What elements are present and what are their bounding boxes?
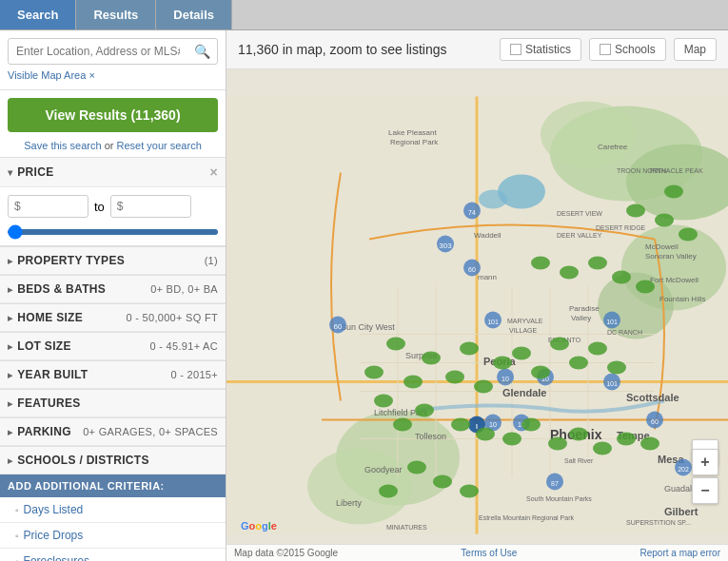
reset-search-link[interactable]: Reset your search [116,140,201,151]
svg-text:Glendale: Glendale [502,387,546,398]
search-input[interactable] [9,40,187,63]
svg-text:VILLAGE: VILLAGE [509,327,538,334]
criteria-item-days-listed[interactable]: ◦ Days Listed [0,497,226,523]
search-input-wrap: 🔍 [8,38,218,65]
visible-map-link[interactable]: Visible Map Area × [8,69,95,81]
map-view-button[interactable]: Map [674,38,717,61]
lot-size-header[interactable]: ▸ LOT SIZE 0 - 45.91+ ac [0,333,226,360]
criteria-item-foreclosures[interactable]: ◦ Foreclosures [0,549,226,561]
view-results-button[interactable]: View Results (11,360) [8,98,218,132]
main-layout: 🔍 Visible Map Area × View Results (11,36… [0,30,728,561]
search-submit-button[interactable]: 🔍 [187,39,217,64]
tab-details[interactable]: Details [156,0,232,29]
property-types-header[interactable]: ▸ PROPERTY TYPES (1) [0,247,226,275]
home-size-section: ▸ HOME SIZE 0 - 50,000+ sq ft [0,303,226,332]
features-label: FEATURES [17,397,80,410]
features-arrow-icon: ▸ [8,398,12,409]
bullet-icon: ◦ [15,531,19,541]
property-types-arrow-icon: ▸ [8,256,12,266]
beds-baths-header[interactable]: ▸ BEDS & BATHS 0+ bd, 0+ ba [0,276,226,303]
schools-label: Schools [615,43,656,56]
year-built-section: ▸ YEAR BUILT 0 - 2015+ [0,360,226,389]
svg-text:Valley: Valley [571,314,591,322]
svg-text:South Mountain Parks: South Mountain Parks [526,495,592,502]
map-zoom-controls: + − [692,449,718,504]
svg-text:Estrella Mountain Regional Par: Estrella Mountain Regional Park [479,514,574,522]
price-range-slider[interactable] [8,229,218,235]
map-header: 11,360 in map, zoom to see listings Stat… [226,30,728,69]
criteria-list: ◦ Days Listed ◦ Price Drops ◦ Foreclosur… [0,497,226,561]
svg-point-99 [512,347,531,360]
svg-point-118 [560,266,579,280]
svg-text:60: 60 [468,266,476,273]
svg-point-125 [407,461,426,474]
svg-text:Sonoran Valley: Sonoran Valley [645,252,697,261]
home-size-header[interactable]: ▸ HOME SIZE 0 - 50,000+ sq ft [0,304,226,332]
property-types-badge: (1) [205,255,218,266]
svg-point-101 [550,338,569,351]
criteria-item-price-drops[interactable]: ◦ Price Drops [0,523,226,549]
parking-label: PARKING [17,425,71,438]
zoom-out-button[interactable]: − [692,477,718,504]
terms-of-use-link[interactable]: Terms of Use [461,548,517,558]
svg-text:101: 101 [606,319,618,325]
price-inputs-row: to [8,195,218,218]
schools-checkbox-icon [600,44,611,55]
lot-size-label: LOT SIZE [17,339,70,353]
map-header-controls: Statistics Schools Map [500,38,717,61]
year-built-header[interactable]: ▸ YEAR BUILT 0 - 2015+ [0,361,226,389]
svg-point-7 [307,449,412,525]
property-types-section: ▸ PROPERTY TYPES (1) [0,246,226,275]
home-size-arrow-icon: ▸ [8,313,12,323]
features-header[interactable]: ▸ FEATURES [0,390,226,417]
visible-map-label: Visible Map Area [8,69,86,81]
report-map-error-link[interactable]: Report a map error [640,548,720,558]
price-inputs-section: to [0,187,226,246]
tab-results[interactable]: Results [76,0,156,29]
price-max-input[interactable] [110,195,191,218]
svg-text:303: 303 [439,242,452,250]
parking-range: 0+ garages, 0+ spaces [83,426,218,437]
schools-districts-header[interactable]: ▸ SCHOOLS / DISTRICTS [0,447,226,474]
home-size-label: HOME SIZE [17,311,83,324]
svg-point-97 [474,380,493,394]
schools-toggle-button[interactable]: Schools [589,38,666,61]
visible-map-close-icon[interactable]: × [89,69,94,81]
svg-point-117 [531,257,550,270]
svg-point-93 [403,376,423,389]
parking-section: ▸ PARKING 0+ garages, 0+ spaces [0,417,226,446]
svg-point-109 [476,428,495,441]
price-filter-header[interactable]: ▾ PRICE × [0,158,226,187]
criteria-label: Price Drops [24,529,84,542]
svg-text:DESERT VIEW: DESERT VIEW [557,210,602,217]
svg-point-111 [521,418,541,432]
lot-size-arrow-icon: ▸ [8,341,12,352]
or-text: or [105,140,117,151]
bullet-icon: ◦ [15,556,19,562]
zoom-in-button[interactable]: + [692,449,718,475]
svg-text:Tolleson: Tolleson [415,432,446,441]
svg-point-112 [548,437,567,451]
price-close-icon[interactable]: × [210,164,218,180]
svg-point-102 [569,357,588,370]
svg-point-124 [679,228,698,242]
svg-point-98 [493,357,512,370]
bullet-icon: ◦ [15,505,19,515]
price-filter-section: ▾ PRICE × to [0,157,226,246]
save-search-link[interactable]: Save this search [24,140,101,151]
map-container[interactable]: Sun City West Surprise Litchfield Park T… [226,69,728,561]
svg-point-104 [607,361,626,375]
top-tabs: Search Results Details [0,0,728,30]
svg-text:McDowell: McDowell [645,242,679,251]
svg-text:SUPERSTITION SP...: SUPERSTITION SP... [626,519,691,526]
svg-text:60: 60 [651,418,659,425]
svg-text:Fountain Hills: Fountain Hills [659,295,705,303]
beds-baths-range: 0+ bd, 0+ ba [150,283,218,295]
parking-header[interactable]: ▸ PARKING 0+ garages, 0+ spaces [0,418,226,446]
statistics-toggle-button[interactable]: Statistics [500,38,581,61]
svg-point-103 [588,342,607,356]
tab-search[interactable]: Search [0,0,76,29]
svg-point-114 [593,442,612,455]
price-min-input[interactable] [8,195,89,218]
svg-text:101: 101 [487,319,499,325]
